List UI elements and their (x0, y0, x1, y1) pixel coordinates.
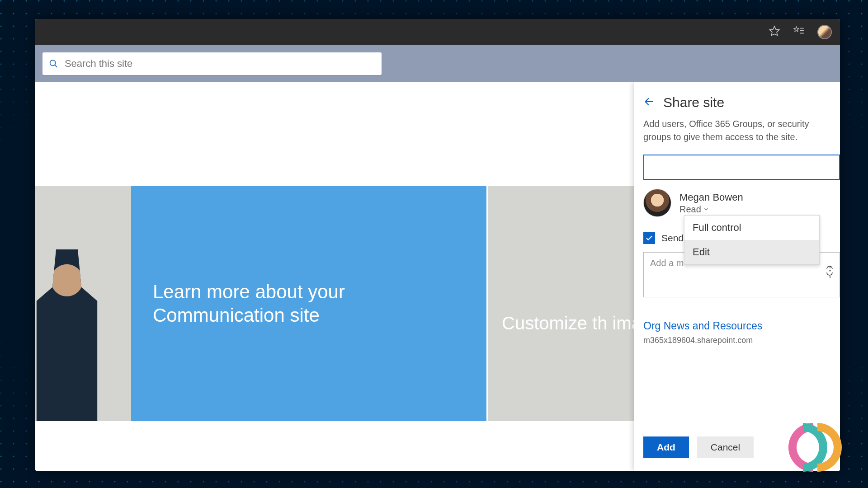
hero-center-tile[interactable]: Learn more about your Communication site (131, 186, 486, 421)
hero-center-title: Learn more about your Communication site (153, 280, 465, 328)
browser-toolbar (35, 19, 840, 45)
perm-option-edit[interactable]: Edit (684, 240, 819, 264)
user-avatar (643, 189, 671, 217)
site-url: m365x189604.sharepoint.com (643, 336, 840, 345)
send-email-checkbox[interactable] (643, 232, 655, 244)
browser-window: Learn more about your Communication site… (35, 19, 840, 471)
panel-description: Add users, Office 365 Groups, or securit… (643, 117, 840, 144)
site-link[interactable]: Org News and Resources (643, 320, 840, 332)
svg-point-5 (830, 270, 831, 272)
people-picker-input[interactable] (643, 155, 840, 180)
permission-dropdown: Full control Edit (684, 215, 820, 265)
perm-option-full-control[interactable]: Full control (684, 216, 819, 240)
user-name: Megan Bowen (679, 192, 743, 203)
watermark-logo (781, 420, 849, 474)
panel-actions: Add Cancel (643, 436, 754, 458)
share-panel: Share site Add users, Office 365 Groups,… (634, 82, 840, 471)
back-arrow-icon[interactable] (643, 96, 655, 109)
search-input[interactable] (65, 58, 375, 70)
permission-dropdown-button[interactable]: Read (679, 204, 743, 215)
person-illustration (35, 249, 103, 421)
cancel-button[interactable]: Cancel (697, 436, 754, 458)
permission-label: Read (679, 204, 701, 215)
hero-left-tile (35, 186, 131, 421)
svg-line-4 (55, 65, 57, 67)
panel-title: Share site (663, 95, 724, 110)
user-entry: Megan Bowen Read Full control Edit (643, 189, 840, 217)
profile-avatar[interactable] (817, 25, 832, 39)
search-icon (49, 59, 58, 69)
add-button[interactable]: Add (643, 436, 689, 458)
svg-point-3 (50, 60, 56, 66)
cursor-link-icon (825, 265, 835, 279)
chevron-down-icon (703, 206, 709, 212)
search-box[interactable] (42, 52, 382, 75)
suite-bar (35, 45, 840, 82)
star-list-icon[interactable] (793, 25, 805, 39)
star-outline-icon[interactable] (769, 25, 780, 39)
page-content: Learn more about your Communication site… (35, 82, 840, 471)
send-email-label: Send (661, 233, 684, 244)
